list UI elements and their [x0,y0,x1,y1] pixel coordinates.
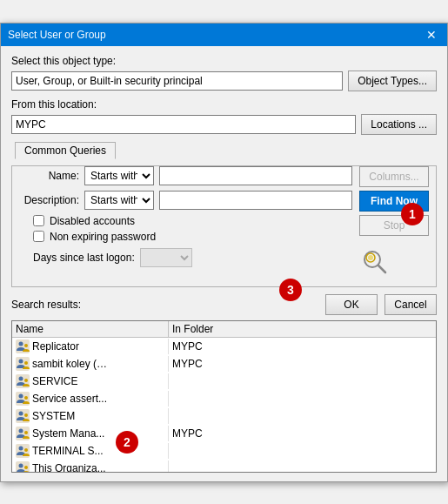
name-query-row: Name: Starts with [19,166,352,185]
common-queries-group: Common Queries 1 Name: Sta [11,142,437,287]
description-query-label: Description: [23,194,79,206]
svg-line-1 [378,265,385,272]
svg-point-18 [24,413,28,417]
group-box-body: 1 Name: Starts with [11,165,437,287]
annotation-2-badge: 2 [116,431,138,454]
svg-point-3 [368,255,373,260]
days-label: Days since last logon: [33,252,135,264]
svg-point-5 [19,341,23,346]
locations-button[interactable]: Locations ... [361,114,437,135]
col-name-header: Name [12,321,169,337]
result-name-cell: sambit koley (… [12,356,169,372]
result-name-cell: Replicator [12,339,169,354]
result-name-cell: Service assert... [12,391,169,407]
name-combo[interactable]: Starts with [84,166,154,185]
svg-point-23 [19,446,23,450]
table-row[interactable]: sambit koley (…MYPC [12,355,436,373]
object-type-input[interactable] [11,71,343,91]
ok-cancel-area: 3 Search results: OK Cancel [11,294,437,315]
search-icon [359,246,391,278]
result-name-cell: System Mana... [12,426,169,441]
cancel-button[interactable]: Cancel [384,294,437,315]
disabled-accounts-label: Disabled accounts [50,215,135,227]
days-row: Days since last logon: [19,248,352,267]
annotation-2-overlay: 2 [116,431,138,454]
result-folder-cell: MYPC [169,339,436,353]
result-name-text: Replicator [32,340,79,353]
result-folder-cell [169,467,436,469]
select-user-dialog: Select User or Group ✕ Select this objec… [0,23,448,482]
table-row[interactable]: SYSTEM [12,407,436,425]
disabled-accounts-row: Disabled accounts [19,215,352,227]
find-now-button[interactable]: Find Now [359,191,429,212]
result-folder-cell: MYPC [169,357,436,371]
result-name-text: TERMINAL S... [32,445,104,457]
table-row[interactable]: ReplicatorMYPC [12,338,436,355]
non-expiring-row: Non expiring password [19,231,352,243]
svg-point-27 [24,466,28,469]
table-row[interactable]: This Organiza... [12,460,436,473]
result-folder-cell [169,380,436,382]
result-name-text: This Organiza... [32,462,106,473]
common-queries-tab[interactable]: Common Queries [15,142,116,159]
svg-point-6 [24,344,28,347]
user-group-icon [16,374,30,388]
search-results-label: Search results: [11,299,81,311]
svg-point-11 [19,376,23,380]
table-row[interactable]: System Mana...MYPC [12,425,436,442]
user-group-icon [16,461,30,473]
description-query-row: Description: Starts with [19,191,352,210]
col-folder-header: In Folder [169,321,436,337]
result-name-text: SYSTEM [32,410,75,422]
ok-button[interactable]: OK [325,294,378,315]
user-group-icon [16,392,30,406]
dialog-title: Select User or Group [8,29,106,41]
svg-point-17 [19,411,23,415]
columns-button[interactable]: Columns... [359,166,429,187]
object-type-row: Object Types... [11,71,437,91]
result-name-cell: SERVICE [12,373,169,389]
location-input[interactable] [11,115,356,134]
dialog-body: Select this object type: Object Types...… [1,46,447,481]
table-row[interactable]: TERMINAL S... [12,442,436,460]
table-row[interactable]: SERVICE [12,373,436,390]
description-query-input[interactable] [159,191,352,210]
inner-layout: Name: Starts with Description: Star [19,166,429,278]
svg-point-8 [19,359,23,363]
results-container[interactable]: Name In Folder ReplicatorMYPC sambit kol… [11,320,437,473]
object-type-label: Select this object type: [11,55,437,67]
title-bar: Select User or Group ✕ [1,24,447,46]
description-combo[interactable]: Starts with [84,191,154,210]
table-row[interactable]: Service assert... [12,390,436,407]
days-combo[interactable] [140,248,192,267]
annotation-3-badge: 3 [279,279,302,301]
svg-point-12 [24,379,28,382]
svg-point-21 [24,431,28,434]
svg-point-26 [19,463,23,467]
stop-button[interactable]: Stop [359,215,429,236]
result-name-cell: This Organiza... [12,460,169,473]
result-folder-cell [169,450,436,452]
result-name-text: Service assert... [32,393,107,405]
close-button[interactable]: ✕ [423,29,440,41]
non-expiring-checkbox[interactable] [33,231,44,242]
annotation-overlay: 1 Name: Starts with [19,166,429,278]
svg-point-14 [19,393,23,398]
result-name-cell: SYSTEM [12,408,169,424]
result-folder-cell: MYPC [169,427,436,440]
user-group-icon [16,357,30,371]
group-box-header: Common Queries [11,142,437,158]
object-types-button[interactable]: Object Types... [348,71,437,91]
svg-point-9 [24,361,28,365]
user-group-icon [16,409,30,423]
disabled-accounts-checkbox[interactable] [33,215,44,226]
results-body: ReplicatorMYPC sambit koley (…MYPC SERVI… [12,338,436,473]
name-query-input[interactable] [159,166,352,185]
user-group-icon [16,427,30,440]
queries-left: Name: Starts with Description: Star [19,166,352,278]
right-buttons: Columns... Find Now Stop [359,166,429,278]
svg-point-15 [24,396,28,400]
svg-point-24 [24,448,28,452]
result-name-text: System Mana... [32,427,104,440]
results-header: Name In Folder [12,321,436,338]
